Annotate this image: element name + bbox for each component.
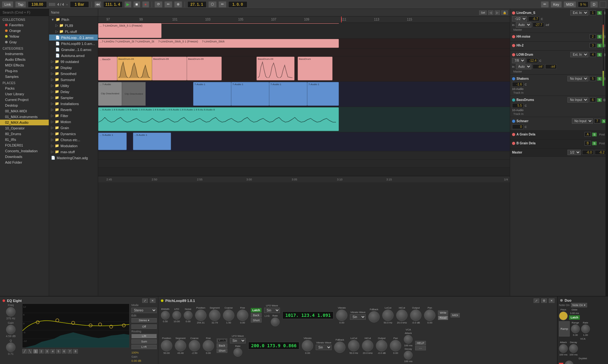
- eq-band-2[interactable]: 2: [39, 349, 44, 354]
- svg-point-8[interactable]: [122, 324, 125, 327]
- write-btn[interactable]: Write: [438, 311, 448, 315]
- routing-select-linndrum[interactable]: ↑1/2: [512, 16, 527, 22]
- locut-knob-1[interactable]: [382, 310, 394, 321]
- eq-band-6[interactable]: 6: [62, 349, 66, 354]
- hicut-knob-1[interactable]: [396, 310, 408, 321]
- sidebar-item-instruments[interactable]: Instruments: [0, 51, 49, 57]
- svg-point-6[interactable]: [98, 323, 102, 326]
- short-btn-1[interactable]: Short: [251, 318, 262, 323]
- lfo-wave-select-2[interactable]: Sin: [230, 338, 246, 343]
- clip-shakers-deact[interactable]: ... 7-Audio Clip Deactivated: [98, 82, 122, 106]
- sidebar-item-concerts[interactable]: Concerts_Installation: [0, 148, 49, 154]
- mode-sel-linndrum[interactable]: AutoOff: [516, 22, 531, 28]
- note-on-select[interactable]: Note On ▾: [571, 303, 587, 307]
- clip-shakers-1[interactable]: 7-Audio 1: [193, 82, 231, 106]
- track-clips-hh-noise[interactable]: ...7-LinnDru 7-LinnDrum_St 7-LinnDrum_St…: [98, 39, 510, 48]
- set-button[interactable]: Set: [479, 10, 487, 15]
- file-item-utility[interactable]: ▷ 📁 Utility: [49, 83, 98, 89]
- duo-attack-knob[interactable]: [559, 344, 568, 353]
- hicut-knob-2[interactable]: [362, 340, 373, 351]
- lock-btn[interactable]: 🔒: [501, 10, 508, 15]
- solo-linndrum[interactable]: S: [597, 11, 602, 15]
- read-btn[interactable]: Read: [438, 316, 448, 320]
- position-knob-2[interactable]: [161, 340, 172, 351]
- clip-low-drum-2[interactable]: BassDrum-09: [117, 57, 152, 80]
- file-item-mastering[interactable]: 📄 MasteringChain.adg: [49, 155, 98, 161]
- coarse-knob-1[interactable]: [223, 310, 234, 321]
- file-item-99-outdated[interactable]: ▷ 📁 99 outdated: [49, 59, 98, 65]
- lfo-knob-1[interactable]: [172, 311, 181, 320]
- input-bassdrums[interactable]: No Input: [567, 97, 588, 103]
- attack-knob[interactable]: [404, 335, 413, 344]
- back-btn-2[interactable]: Back: [217, 343, 227, 348]
- file-item-pl89[interactable]: ▷ 📁 PL89: [49, 22, 98, 28]
- sidebar-item-orange[interactable]: Orange: [0, 28, 49, 34]
- clip-low-drum-1[interactable]: ... BassDr: [98, 57, 117, 80]
- fdback-knob-2[interactable]: [334, 342, 345, 353]
- sidebar-item-10-operator[interactable]: 10_Operator: [0, 125, 49, 131]
- file-item-granular[interactable]: 📄 Granular...1.0.amxc: [49, 47, 98, 53]
- file-item-sampler[interactable]: ▷ 📁 Sampler: [49, 95, 98, 101]
- clip-shakers-3[interactable]: 7-Audio 1: [269, 82, 307, 106]
- eq-resize-btn[interactable]: ⤢: [142, 298, 148, 303]
- fine-knob-2[interactable]: [203, 340, 214, 351]
- eq-mode-select[interactable]: StereoL/RM/S: [131, 308, 157, 313]
- clip-shakers-2[interactable]: 7-Audio 1: [231, 82, 269, 106]
- synth-power-dot[interactable]: [161, 299, 163, 302]
- output-knob-1[interactable]: [410, 310, 421, 321]
- duo-latch-btn[interactable]: Latch: [569, 315, 580, 320]
- input-schnarr[interactable]: No Input: [572, 118, 593, 124]
- range-knob[interactable]: [571, 324, 580, 333]
- gain-knob[interactable]: [6, 325, 16, 334]
- eq-adapt-q[interactable]: Off: [131, 324, 157, 329]
- synth-settings-btn[interactable]: ⚙: [541, 298, 547, 303]
- search-input[interactable]: [0, 9, 49, 16]
- settings-icon[interactable]: [600, 1, 606, 8]
- position-display[interactable]: 111. 1. 4: [103, 1, 123, 8]
- fine-knob-1[interactable]: [237, 310, 248, 321]
- eq-band-5[interactable]: 5: [56, 349, 61, 354]
- sidebar-item-max-audio[interactable]: 02_MAX-Audio: [0, 120, 49, 125]
- file-item-grain[interactable]: ▷ 📁 Grain: [49, 125, 98, 131]
- clip-low-drum-4[interactable]: BassDrum-09: [187, 57, 222, 80]
- eq-band-3[interactable]: 3: [45, 349, 49, 354]
- sidebar-item-user-library[interactable]: User Library: [0, 91, 49, 97]
- pencil-button[interactable]: ✏: [541, 1, 549, 8]
- record-button[interactable]: ●: [142, 1, 149, 8]
- end-pos2-display[interactable]: 1. 0. 0: [228, 1, 247, 8]
- eq-display[interactable]: 12 6 0 -6 -12: [22, 304, 130, 348]
- solo-bassdrums[interactable]: S: [597, 98, 602, 102]
- latch-btn-1[interactable]: Latch: [251, 308, 262, 312]
- clip-env-button[interactable]: ⬡: [208, 1, 217, 8]
- sidebar-item-yellow[interactable]: Yellow: [0, 34, 49, 39]
- sidebar-item-max-instruments[interactable]: 01_MAX-instruments: [0, 114, 49, 120]
- sidebar-item-81-irs[interactable]: 81_IRs: [0, 137, 49, 142]
- file-item-dynamics[interactable]: ▷ 📁 Dynamics: [49, 131, 98, 137]
- clip-hh-noise[interactable]: ...7-LinnDru 7-LinnDrum_St 7-LinnDrum_St…: [98, 39, 339, 48]
- synth-resize-btn[interactable]: ⤢: [534, 298, 539, 303]
- ramp-btn[interactable]: Ramp: [559, 321, 570, 336]
- sidebar-item-favorites[interactable]: Favorites: [0, 22, 49, 28]
- file-item-surround[interactable]: ▷ 📁 Surround: [49, 77, 98, 83]
- routing-low-drum[interactable]: 7/8: [512, 58, 525, 63]
- bwidth-knob[interactable]: [161, 311, 170, 320]
- sidebar-item-desktop[interactable]: Desktop: [0, 103, 49, 108]
- eq-routing-lsr[interactable]: L>R: [131, 345, 157, 349]
- file-item-pitchloop-01[interactable]: 📄 PitchLoop...0.1.amxc: [49, 35, 98, 41]
- pitch-knob[interactable]: [559, 311, 568, 320]
- file-item-delay[interactable]: ▷ 📁 Delay: [49, 89, 98, 95]
- pan-knob-2[interactable]: [390, 340, 401, 351]
- back-button[interactable]: ⏮: [94, 1, 101, 8]
- sidebar-item-gray[interactable]: Gray: [0, 39, 49, 45]
- eq-close-btn[interactable]: ✕: [150, 298, 155, 303]
- locut-knob-2[interactable]: [348, 340, 359, 351]
- input-select-low-drum[interactable]: Ext. In: [570, 52, 588, 57]
- fdback-knob-1[interactable]: [368, 311, 380, 323]
- sidebar-item-folder01[interactable]: FOLDER01: [0, 142, 49, 148]
- file-item-pitch[interactable]: ▼ 📁 Pitch: [49, 16, 98, 22]
- sidebar-item-packs[interactable]: Packs: [0, 85, 49, 91]
- file-item-installations[interactable]: ▷ 📁 Installations: [49, 101, 98, 107]
- file-item-pl-stuff[interactable]: ▷ 📁 PL-stuff: [49, 28, 98, 35]
- sidebar-item-samples[interactable]: Samples: [0, 74, 49, 79]
- file-item-pitchloop-10[interactable]: 📄 PitchLoop89 1.0.am...: [49, 41, 98, 47]
